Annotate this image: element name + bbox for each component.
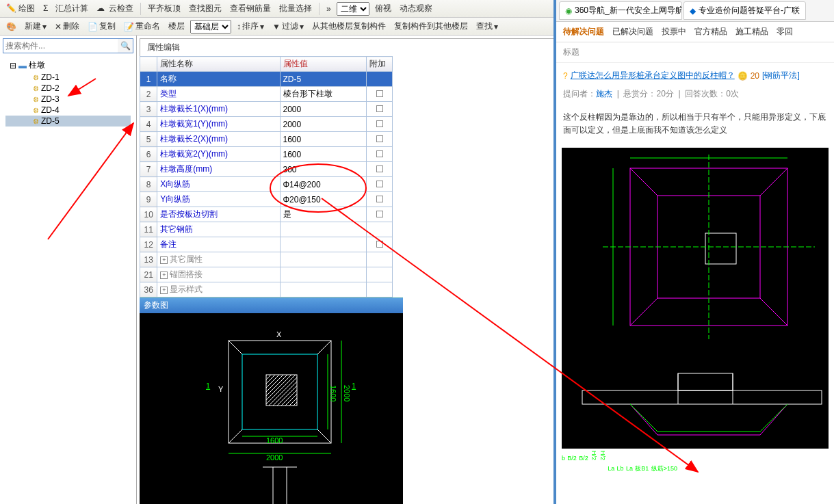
checkbox[interactable] xyxy=(376,196,383,202)
prop-value[interactable]: 2000 xyxy=(280,102,367,117)
prop-value[interactable]: Φ14@200 xyxy=(280,177,367,192)
prop-extra[interactable] xyxy=(367,267,393,282)
prop-value[interactable]: 1600 xyxy=(280,132,367,147)
prop-value[interactable]: 是 xyxy=(280,207,367,222)
tree-item-ZD-4[interactable]: ⚙ZD-4 xyxy=(5,105,131,116)
question-title-link[interactable]: 广联达怎么用异形桩承台定义图中的反柱帽？ xyxy=(571,70,735,81)
search-icon[interactable]: 🔍 xyxy=(118,39,133,53)
prop-extra[interactable] xyxy=(367,282,393,297)
tree-item-ZD-1[interactable]: ⚙ZD-1 xyxy=(5,72,131,83)
nav-official[interactable]: 官方精品 xyxy=(694,26,727,38)
nav-zero[interactable]: 零回 xyxy=(777,26,793,38)
property-row[interactable]: 7柱墩高度(mm)300 xyxy=(140,162,393,177)
tree-item-ZD-2[interactable]: ⚙ZD-2 xyxy=(5,83,131,94)
question-tag[interactable]: [钢筋平法] xyxy=(762,70,800,81)
delete-button[interactable]: ✕ 删除 xyxy=(52,19,82,34)
prop-name: 其它属性 xyxy=(157,252,280,267)
property-row[interactable]: 1名称ZD-5 xyxy=(140,72,393,87)
property-row[interactable]: 5柱墩截长2(X)(mm)1600 xyxy=(140,132,393,147)
draw-button[interactable]: ✏️绘图 xyxy=(3,1,38,16)
property-row[interactable]: 21锚固搭接 xyxy=(140,267,393,282)
prop-extra[interactable] xyxy=(367,132,393,147)
collapse-icon[interactable]: ⊟ xyxy=(10,61,16,70)
tree-root[interactable]: ⊟ ▬ 柱墩 xyxy=(5,59,131,72)
color-tool[interactable]: 🎨 xyxy=(3,21,19,33)
property-row[interactable]: 11其它钢筋 xyxy=(140,222,393,237)
prop-value[interactable] xyxy=(280,267,367,282)
sum-button[interactable]: Σ汇总计算 xyxy=(40,1,91,16)
prop-extra[interactable] xyxy=(367,87,393,102)
prop-extra[interactable] xyxy=(367,192,393,207)
copy-from-floor-button[interactable]: 从其他楼层复制构件 xyxy=(309,19,389,34)
checkbox[interactable] xyxy=(376,120,383,127)
topview-button[interactable]: 俯视 xyxy=(372,1,394,16)
prop-extra[interactable] xyxy=(367,207,393,222)
prop-value[interactable]: Φ20@150 xyxy=(280,192,367,207)
browser-tab-1[interactable]: ◉ 360导航_新一代安全上网导航 × xyxy=(559,1,682,20)
rename-button[interactable]: 📝 重命名 xyxy=(121,19,163,34)
prop-extra[interactable] xyxy=(367,252,393,267)
prop-extra[interactable] xyxy=(367,162,393,177)
site-icon: ◆ xyxy=(690,6,696,16)
nav-unsolved[interactable]: 待解决问题 xyxy=(563,26,604,38)
next-button[interactable]: » xyxy=(324,3,334,15)
property-row[interactable]: 4柱墩截宽1(Y)(mm)2000 xyxy=(140,117,393,132)
nav-engineering[interactable]: 施工精品 xyxy=(735,26,768,38)
property-row[interactable]: 10是否按板边切割是 xyxy=(140,207,393,222)
prop-value[interactable] xyxy=(280,282,367,297)
prop-value[interactable] xyxy=(280,222,367,237)
browser-panel: ◉ 360导航_新一代安全上网导航 × ◆ 专业造价问题答疑平台-广联 待解决问… xyxy=(553,0,834,504)
prop-extra[interactable] xyxy=(367,102,393,117)
cloud-check-button[interactable]: ☁云检查 xyxy=(94,1,136,16)
browser-tab-2[interactable]: ◆ 专业造价问题答疑平台-广联 xyxy=(683,1,806,20)
nav-solved[interactable]: 已解决问题 xyxy=(612,26,653,38)
prop-value[interactable]: ZD-5 xyxy=(280,72,367,87)
prop-value[interactable] xyxy=(280,237,367,252)
find-element-button[interactable]: 查找图元 xyxy=(186,1,224,16)
property-row[interactable]: 2类型棱台形下柱墩 xyxy=(140,87,393,102)
prop-extra[interactable] xyxy=(367,222,393,237)
cad-xr2: X方向相同剖面 xyxy=(687,454,733,462)
prop-value[interactable]: 2000 xyxy=(280,117,367,132)
prop-value[interactable] xyxy=(280,252,367,267)
prop-extra[interactable] xyxy=(367,237,393,252)
checkbox[interactable] xyxy=(376,150,383,157)
copy-to-floor-button[interactable]: 复制构件到其他楼层 xyxy=(391,19,471,34)
sort-button[interactable]: ↕ 排序 ▾ xyxy=(234,19,267,34)
property-row[interactable]: 12备注 xyxy=(140,237,393,252)
flat-button[interactable]: 平齐板顶 xyxy=(145,1,183,16)
find-button[interactable]: 查找 ▾ xyxy=(473,19,501,34)
filter-button[interactable]: ▼ 过滤 ▾ xyxy=(270,19,307,34)
property-row[interactable]: 3柱墩截长1(X)(mm)2000 xyxy=(140,102,393,117)
floor-select[interactable]: 基础层 xyxy=(190,20,231,34)
tree-item-ZD-3[interactable]: ⚙ZD-3 xyxy=(5,94,131,105)
checkbox[interactable] xyxy=(376,105,383,112)
prop-extra[interactable] xyxy=(367,177,393,192)
batch-select-button[interactable]: 批量选择 xyxy=(276,1,315,16)
prop-value[interactable]: 300 xyxy=(280,162,367,177)
prop-value[interactable]: 棱台形下柱墩 xyxy=(280,87,367,102)
copy-button[interactable]: 📄 复制 xyxy=(85,19,118,34)
checkbox[interactable] xyxy=(376,90,383,97)
prop-extra[interactable] xyxy=(367,147,393,162)
checkbox[interactable] xyxy=(376,241,383,248)
tree-item-ZD-5[interactable]: ⚙ZD-5 xyxy=(5,116,131,127)
property-row[interactable]: 13其它属性 xyxy=(140,252,393,267)
nav-vote[interactable]: 投票中 xyxy=(662,26,686,38)
checkbox[interactable] xyxy=(376,135,383,142)
prop-value[interactable]: 1600 xyxy=(280,147,367,162)
checkbox[interactable] xyxy=(376,211,383,217)
property-row[interactable]: 8X向纵筋Φ14@200 xyxy=(140,177,393,192)
view-mode-select[interactable]: 二维 xyxy=(337,2,369,16)
property-row[interactable]: 36显示样式 xyxy=(140,282,393,297)
view-rebar-button[interactable]: 查看钢筋量 xyxy=(227,1,274,16)
property-row[interactable]: 6柱墩截宽2(Y)(mm)1600 xyxy=(140,147,393,162)
new-button[interactable]: 新建 ▾ xyxy=(22,19,49,34)
prop-extra[interactable] xyxy=(367,117,393,132)
search-input[interactable] xyxy=(3,39,118,53)
checkbox[interactable] xyxy=(376,165,383,172)
property-row[interactable]: 9Y向纵筋Φ20@150 xyxy=(140,192,393,207)
checkbox[interactable] xyxy=(376,181,383,187)
prop-extra[interactable] xyxy=(367,72,393,87)
dynamic-view-button[interactable]: 动态观察 xyxy=(397,1,435,16)
